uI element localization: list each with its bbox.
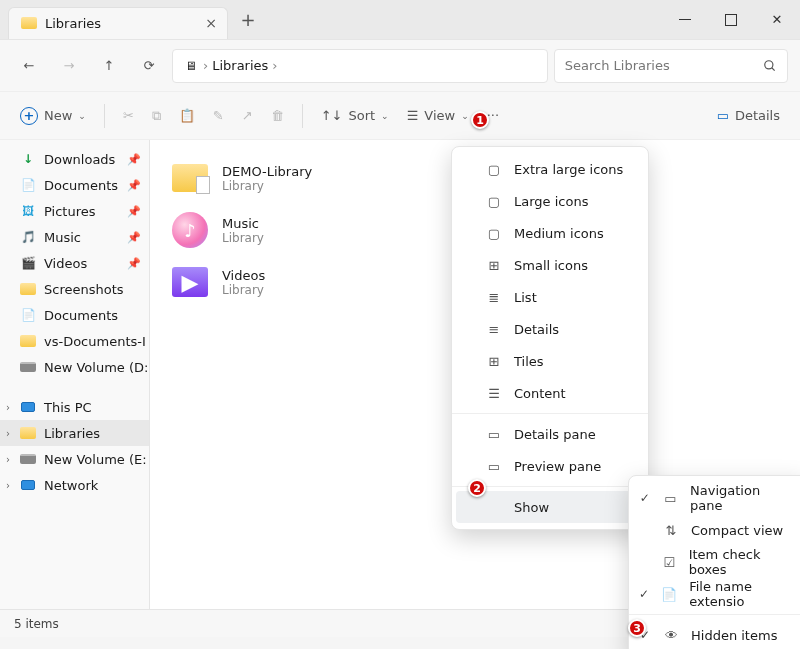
library-icon: ♪: [170, 210, 210, 250]
sidebar-tree-item[interactable]: › This PC: [0, 394, 149, 420]
folder-icon: [21, 15, 37, 31]
command-bar: + New ⌄ ✂ ⧉ 📋 ✎ ↗ 🗑 ↑↓ Sort ⌄ ☰ View ⌄ ·…: [0, 92, 800, 140]
plus-circle-icon: +: [20, 107, 38, 125]
sidebar-tree-item[interactable]: › New Volume (E:: [0, 446, 149, 472]
address-bar: ← → ↑ ⟳ 🖥 › Libraries › Search Libraries: [0, 40, 800, 92]
menu-item[interactable]: ≣ List: [452, 281, 648, 313]
tab-title: Libraries: [45, 16, 101, 31]
option-icon: 👁: [663, 628, 679, 643]
submenu-item[interactable]: ☑ Item check boxes: [629, 546, 800, 578]
menu-item[interactable]: ☰ Content: [452, 377, 648, 409]
view-button[interactable]: ☰ View ⌄: [401, 99, 475, 133]
sidebar-item[interactable]: 📄 Documents: [0, 302, 149, 328]
search-placeholder: Search Libraries: [565, 58, 670, 73]
option-icon: 📄: [661, 587, 677, 602]
menu-item[interactable]: ≡ Details: [452, 313, 648, 345]
svg-line-1: [772, 67, 775, 70]
sidebar-item-label: Network: [44, 478, 98, 493]
item-name: Videos: [222, 268, 265, 283]
sidebar-item[interactable]: vs-Documents-I: [0, 328, 149, 354]
item-name: DEMO-Library: [222, 164, 312, 179]
monitor-icon: 🖥: [183, 58, 199, 74]
submenu-item[interactable]: ✓ 👁 Hidden items: [629, 619, 800, 649]
submenu-item[interactable]: ✓ 📄 File name extensio: [629, 578, 800, 610]
sidebar-item-label: New Volume (D:: [44, 360, 148, 375]
sidebar-tree-item[interactable]: › Libraries: [0, 420, 149, 446]
up-button[interactable]: ↑: [92, 49, 126, 83]
delete-button[interactable]: 🗑: [265, 99, 290, 133]
share-button[interactable]: ↗: [236, 99, 259, 133]
sidebar-tree-item[interactable]: › Network: [0, 472, 149, 498]
check-icon: ✓: [639, 587, 649, 601]
option-icon: ▭: [663, 491, 678, 506]
maximize-button[interactable]: [708, 0, 754, 40]
item-icon: [20, 359, 36, 375]
sidebar-item-label: Music: [44, 230, 81, 245]
back-button[interactable]: ←: [12, 49, 46, 83]
pin-icon: 📌: [127, 257, 141, 270]
chevron-right-icon: ›: [6, 480, 10, 491]
view-type-icon: ≡: [486, 322, 502, 337]
library-item[interactable]: ♪ Music Library: [166, 204, 426, 256]
details-pane-button[interactable]: ▭ Details: [711, 99, 786, 133]
chevron-right-icon: ›: [203, 58, 208, 73]
submenu-item[interactable]: ⇅ Compact view: [629, 514, 800, 546]
new-button[interactable]: + New ⌄: [14, 99, 92, 133]
sidebar-item[interactable]: New Volume (D:: [0, 354, 149, 380]
annotation-1: 1: [471, 111, 489, 129]
menu-item[interactable]: ⊞ Small icons: [452, 249, 648, 281]
close-tab-icon[interactable]: ×: [205, 15, 217, 31]
item-icon: 🎵: [20, 229, 36, 245]
pane-icon: ▭: [486, 459, 502, 474]
refresh-button[interactable]: ⟳: [132, 49, 166, 83]
item-type: Library: [222, 179, 312, 193]
library-icon: ▶: [170, 262, 210, 302]
item-icon: [20, 425, 36, 441]
menu-item-label: Small icons: [514, 258, 588, 273]
sidebar-item[interactable]: Screenshots: [0, 276, 149, 302]
sidebar-item[interactable]: 🎬 Videos 📌: [0, 250, 149, 276]
item-icon: ↓: [20, 151, 36, 167]
sidebar-item[interactable]: ↓ Downloads 📌: [0, 146, 149, 172]
menu-item[interactable]: ⊞ Tiles: [452, 345, 648, 377]
sidebar-item-label: Pictures: [44, 204, 95, 219]
breadcrumb-segment[interactable]: Libraries: [212, 58, 268, 73]
item-type: Library: [222, 231, 264, 245]
close-window-button[interactable]: ✕: [754, 0, 800, 40]
menu-item[interactable]: ▢ Medium icons: [452, 217, 648, 249]
menu-item[interactable]: ▭ Preview pane: [452, 450, 648, 482]
cut-button[interactable]: ✂: [117, 99, 140, 133]
window-tab[interactable]: Libraries ×: [8, 7, 228, 39]
submenu-item[interactable]: ✓ ▭ Navigation pane: [629, 482, 800, 514]
forward-button[interactable]: →: [52, 49, 86, 83]
svg-point-0: [765, 60, 773, 68]
menu-item-show[interactable]: Show ›: [456, 491, 644, 523]
sidebar-item[interactable]: 🖼 Pictures 📌: [0, 198, 149, 224]
pin-icon: 📌: [127, 153, 141, 166]
sort-label: Sort: [348, 108, 375, 123]
menu-item-label: Navigation pane: [690, 483, 793, 513]
sidebar-item-label: Videos: [44, 256, 87, 271]
show-submenu: ✓ ▭ Navigation pane ⇅ Compact view ☑ Ite…: [628, 475, 800, 649]
sidebar-item-label: Documents: [44, 178, 118, 193]
menu-item[interactable]: ▭ Details pane: [452, 418, 648, 450]
library-item[interactable]: ▶ Videos Library: [166, 256, 426, 308]
sidebar-item[interactable]: 🎵 Music 📌: [0, 224, 149, 250]
minimize-button[interactable]: [662, 0, 708, 40]
rename-button[interactable]: ✎: [207, 99, 230, 133]
new-label: New: [44, 108, 72, 123]
new-tab-button[interactable]: +: [236, 9, 260, 30]
breadcrumb[interactable]: 🖥 › Libraries ›: [172, 49, 548, 83]
item-icon: [20, 477, 36, 493]
sidebar-item[interactable]: 📄 Documents 📌: [0, 172, 149, 198]
item-type: Library: [222, 283, 265, 297]
library-item[interactable]: DEMO-Library Library: [166, 152, 426, 204]
sidebar-item-label: New Volume (E:: [44, 452, 147, 467]
paste-button[interactable]: 📋: [173, 99, 201, 133]
copy-button[interactable]: ⧉: [146, 99, 167, 133]
menu-item[interactable]: ▢ Extra large icons: [452, 153, 648, 185]
item-icon: [20, 451, 36, 467]
search-input[interactable]: Search Libraries: [554, 49, 788, 83]
sort-button[interactable]: ↑↓ Sort ⌄: [315, 99, 395, 133]
menu-item[interactable]: ▢ Large icons: [452, 185, 648, 217]
